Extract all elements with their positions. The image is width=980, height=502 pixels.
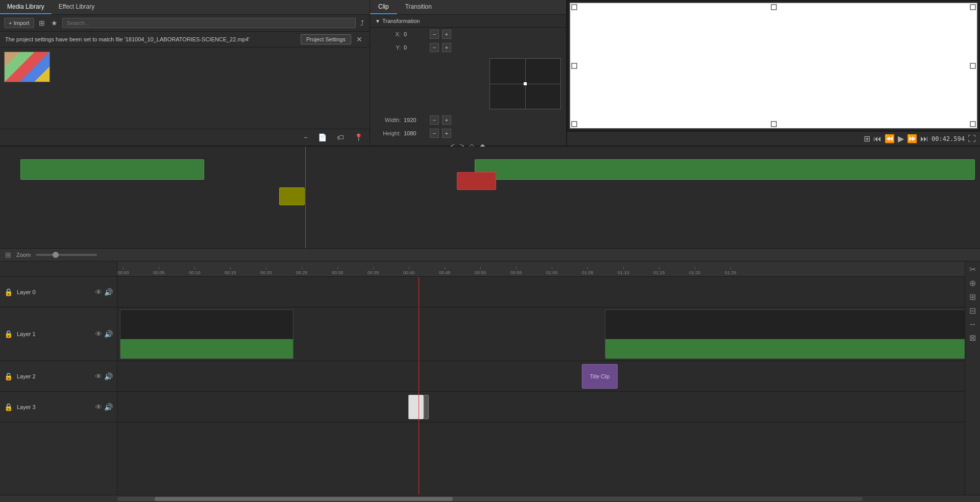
track-layer-3 — [117, 392, 965, 422]
tab-transition[interactable]: Transition — [397, 0, 440, 14]
layer3-visibility-button[interactable]: 👁 — [95, 403, 102, 411]
preview-controls: ⊞ ⏮ ⏪ ▶ ⏩ ⏭ 00:42.594 ⛶ — [567, 131, 980, 146]
media-thumbnail[interactable] — [4, 52, 50, 82]
handle-top-left[interactable] — [571, 4, 577, 10]
clip-tabs: Clip Transition — [370, 0, 566, 15]
layer3-name: Layer 3 — [17, 404, 91, 410]
layer0-controls: 👁 🔊 — [95, 288, 113, 296]
handle-top-middle[interactable] — [771, 4, 777, 10]
pin-button[interactable]: 📍 — [353, 132, 364, 143]
y-increment-button[interactable]: + — [442, 43, 451, 52]
tab-clip[interactable]: Clip — [370, 0, 397, 14]
zoom-ruler-row: ⊞ Zoom — [0, 249, 980, 261]
magnet-tool-button[interactable]: ⊕ — [969, 278, 976, 288]
clip-layer3-gray[interactable] — [424, 395, 429, 419]
x-decrement-button[interactable]: − — [430, 30, 439, 39]
tool-4-button[interactable]: ⊟ — [969, 306, 976, 316]
layer2-visibility-button[interactable]: 👁 — [95, 372, 102, 380]
ruler-mark-0010: 00:10 — [189, 267, 201, 275]
layer0-audio-button[interactable]: 🔊 — [104, 288, 113, 296]
clip-layer1-2[interactable] — [605, 309, 965, 359]
x-label: X: — [375, 31, 401, 37]
time-display: 00:42.594 — [932, 135, 965, 142]
clip-layer1-1[interactable] — [120, 309, 293, 359]
track-layer-2: Title Clip — [117, 361, 965, 392]
mini-clip-green-1 — [20, 159, 204, 180]
ruler-mark-0125: 01:25 — [725, 267, 737, 275]
grid-tool-button[interactable]: ⊞ — [969, 292, 976, 302]
y-decrement-button[interactable]: − — [430, 43, 439, 52]
x-value: 0 — [404, 31, 427, 37]
layer2-lock-icon: 🔒 — [4, 372, 13, 380]
layer0-visibility-button[interactable]: 👁 — [95, 288, 102, 296]
handle-bottom-left[interactable] — [571, 121, 577, 127]
clip-layer3-white[interactable] — [408, 395, 424, 419]
star-filter-button[interactable]: ★ — [50, 17, 59, 29]
fit-view-button[interactable]: ⊞ — [864, 134, 870, 144]
media-toolbar: + Import ⊞ ★ ⤴ — [0, 15, 370, 32]
handle-middle-left[interactable] — [571, 63, 577, 69]
handle-bottom-middle[interactable] — [771, 121, 777, 127]
zoom-slider[interactable] — [36, 254, 97, 256]
grid-view-button[interactable]: ⊞ — [37, 17, 46, 29]
ruler-mark-0100: 01:00 — [546, 267, 558, 275]
ruler-mark-0105: 01:05 — [582, 267, 594, 275]
search-input[interactable] — [62, 18, 356, 28]
notification-close-button[interactable]: ✕ — [354, 35, 364, 43]
import-button[interactable]: + Import — [4, 18, 34, 28]
tag-button[interactable]: 🏷 — [335, 132, 346, 143]
x-increment-button[interactable]: + — [442, 30, 451, 39]
ruler-mark-0110: 01:10 — [618, 267, 629, 275]
layer1-controls: 👁 🔊 — [95, 330, 113, 338]
step-back-button[interactable]: ⏪ — [885, 134, 895, 144]
timeline-main: 🔒 Layer 0 👁 🔊 🔒 Layer 1 👁 🔊 🔒 Layer — [0, 261, 980, 495]
handle-top-right[interactable] — [970, 4, 976, 10]
title-clip-label: Title Clip — [590, 374, 610, 379]
layer3-audio-button[interactable]: 🔊 — [104, 403, 113, 411]
split-tool-button[interactable]: ↔ — [969, 320, 977, 329]
width-decrement-button[interactable]: − — [430, 115, 439, 125]
ruler-mark-0045: 00:45 — [439, 267, 451, 275]
ruler-mark-0030: 00:30 — [332, 267, 344, 275]
file-button[interactable]: 📄 — [316, 132, 328, 143]
grid-cross — [524, 82, 527, 85]
upload-icon-button[interactable]: ⤴ — [359, 17, 365, 29]
project-settings-button[interactable]: Project Settings — [301, 34, 351, 44]
ruler-mark-0005: 00:05 — [153, 267, 165, 275]
layer2-audio-button[interactable]: 🔊 — [104, 372, 113, 380]
layer1-audio-button[interactable]: 🔊 — [104, 330, 113, 338]
handle-middle-right[interactable] — [970, 63, 976, 69]
tab-media-library[interactable]: Media Library — [0, 0, 52, 14]
width-increment-button[interactable]: + — [442, 115, 451, 125]
y-value: 0 — [404, 44, 427, 51]
play-button[interactable]: ▶ — [898, 134, 904, 144]
cut-tool-button[interactable]: ✂ — [969, 265, 976, 274]
minus-button[interactable]: − — [302, 132, 309, 143]
mini-clip-yellow — [279, 187, 305, 205]
height-increment-button[interactable]: + — [442, 129, 451, 138]
y-label: Y: — [375, 44, 401, 51]
timeline-scrollbar-area — [0, 495, 980, 502]
tab-effect-library[interactable]: Effect Library — [52, 0, 102, 14]
fullscreen-button[interactable]: ⛶ — [968, 134, 976, 144]
layer2-name: Layer 2 — [17, 373, 91, 379]
clip-title-clip[interactable]: Title Clip — [582, 364, 618, 389]
ruler-mark-0115: 01:15 — [653, 267, 665, 275]
layer-row-0: 🔒 Layer 0 👁 🔊 — [0, 277, 117, 307]
zoom-label: Zoom — [16, 252, 31, 258]
step-forward-button[interactable]: ⏩ — [907, 134, 917, 144]
timeline-tracks-area: 00:00 00:05 00:10 00:15 00:20 00:25 00:3… — [117, 261, 965, 495]
timeline-scrollbar[interactable] — [117, 497, 863, 501]
width-value: 1920 — [404, 117, 427, 123]
prev-frame-button[interactable]: ⏮ — [873, 134, 881, 144]
next-frame-button[interactable]: ⏭ — [920, 134, 928, 144]
layer1-lock-icon: 🔒 — [4, 330, 13, 338]
handle-bottom-right[interactable] — [970, 121, 976, 127]
timeline-scrollbar-thumb[interactable] — [155, 497, 453, 501]
tool-6-button[interactable]: ⊠ — [969, 333, 976, 343]
layer1-visibility-button[interactable]: 👁 — [95, 330, 102, 338]
height-decrement-button[interactable]: − — [430, 129, 439, 138]
timeline-area: ⊞ Zoom 🔒 Layer 0 👁 🔊 🔒 Layer 1 👁 — [0, 146, 980, 502]
x-property-row: X: 0 − + — [370, 28, 566, 41]
layer-row-3: 🔒 Layer 3 👁 🔊 — [0, 392, 117, 422]
